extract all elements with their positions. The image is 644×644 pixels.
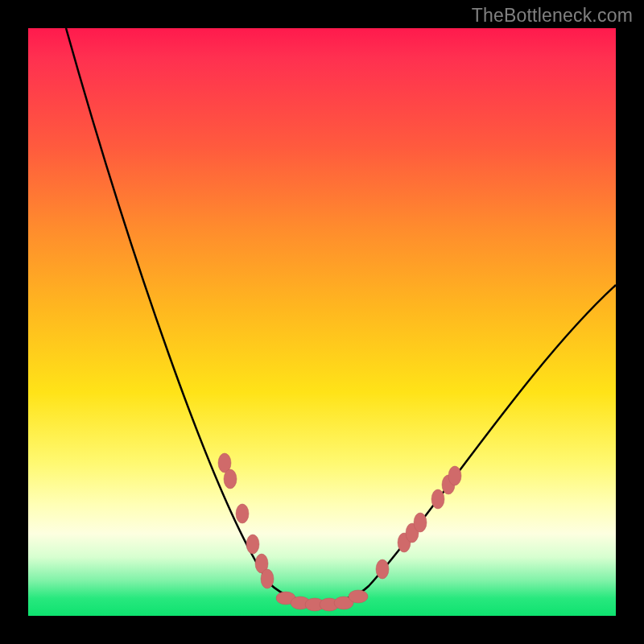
bottleneck-curve [66, 28, 616, 602]
data-marker [236, 504, 249, 523]
data-marker [246, 535, 259, 554]
watermark-text: TheBottleneck.com [472, 5, 633, 27]
data-marker [448, 466, 461, 485]
data-marker [261, 569, 274, 588]
data-marker [414, 513, 427, 532]
marker-group [218, 453, 461, 611]
data-marker [431, 489, 444, 509]
data-marker [376, 559, 389, 579]
curve-layer [28, 28, 616, 616]
plot-area [28, 28, 616, 616]
data-marker [224, 469, 237, 489]
chart-frame: TheBottleneck.com [0, 0, 644, 644]
data-marker [349, 590, 368, 603]
